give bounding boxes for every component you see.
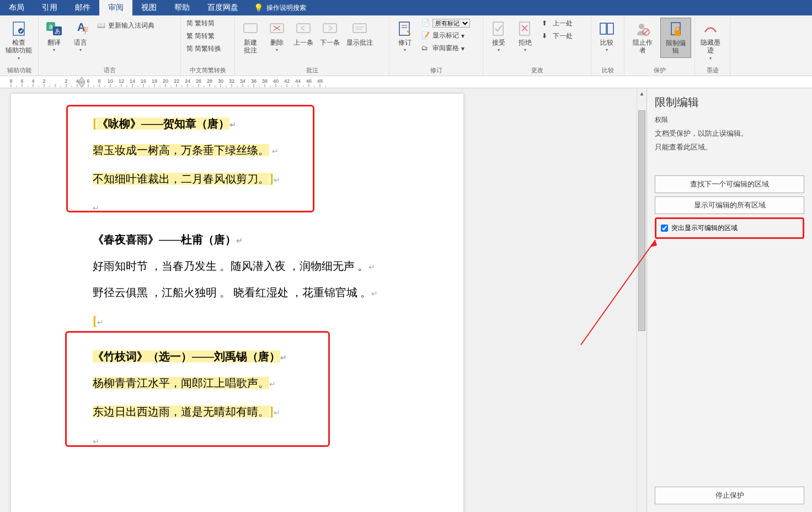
poem-1: [《咏柳》——贺知章（唐）↵ 碧玉妆成一树高，万条垂下绿丝绦。 ↵ 不知细叶谁裁…: [93, 116, 436, 217]
vertical-scrollbar[interactable]: ▲: [637, 88, 647, 512]
prev-comment-icon: [295, 20, 312, 38]
restrict-icon: [667, 20, 685, 38]
show-all-regions-button[interactable]: 显示可编辑的所有区域: [655, 196, 804, 214]
annotation-box-checkbox: 突出显示可编辑的区域: [655, 217, 804, 239]
show-markup-button[interactable]: 📝 显示标记 ▾: [419, 30, 472, 41]
poem-3: 《竹枝词》（选一）——刘禹锡（唐）↵ 杨柳青青江水平，闻郎江上唱歌声。↵ 东边日…: [93, 349, 436, 450]
scrollbar-thumb[interactable]: [638, 110, 645, 331]
svg-text:2: 2: [42, 78, 45, 84]
scroll-up-arrow[interactable]: ▲: [637, 88, 647, 98]
poem-2: 《春夜喜雨》——杜甫（唐）↵ 好雨知时节 ，当春乃发生 。随风潜入夜 ，润物细无…: [93, 232, 436, 333]
tab-view[interactable]: 视图: [132, 0, 165, 15]
svg-text:44: 44: [295, 78, 301, 84]
delete-comment-icon: [268, 20, 286, 38]
find-next-region-button[interactable]: 查找下一个可编辑的区域: [655, 175, 804, 193]
block-authors-button: 阻止作者: [628, 18, 658, 57]
track-changes-button[interactable]: 修订 ▾: [393, 18, 417, 55]
ribbon: 检查 辅助功能 ▾ 辅助功能 aあ 翻译 ▾ A字 语言 ▾ 📖: [0, 15, 812, 76]
next-comment-icon: [321, 20, 339, 38]
highlight-regions-checkbox[interactable]: [661, 225, 668, 232]
poem-1-title[interactable]: 《咏柳》——贺知章（唐）: [97, 118, 229, 130]
next-change-button[interactable]: ⬇下一处: [539, 30, 575, 42]
pane-info-2: 只能查看此区域。: [655, 142, 804, 153]
svg-rect-8: [244, 24, 257, 33]
compare-button[interactable]: 比较 ▾: [595, 18, 619, 55]
document-area[interactable]: [《咏柳》——贺知章（唐）↵ 碧玉妆成一树高，万条垂下绿丝绦。 ↵ 不知细叶谁裁…: [0, 88, 637, 512]
display-for-review-dropdown[interactable]: 📄 所有标记: [419, 18, 472, 29]
translate-icon: aあ: [45, 20, 63, 38]
svg-text:4: 4: [31, 78, 34, 84]
translate-button[interactable]: aあ 翻译 ▾: [42, 18, 66, 55]
poem-2-line-2[interactable]: 野径云俱黑 ，江船火独明 。 晓看红湿处 ，花重锦官城 。↵: [93, 282, 436, 302]
svg-text:38: 38: [262, 78, 268, 84]
pane-icon: 🗂: [421, 44, 430, 53]
svg-text:46: 46: [306, 78, 312, 84]
svg-rect-13: [323, 24, 336, 33]
svg-text:6: 6: [87, 78, 89, 84]
svg-text:6: 6: [20, 78, 23, 84]
update-ime-button[interactable]: 📖 更新输入法词典: [95, 20, 157, 31]
svg-rect-12: [297, 24, 310, 33]
tab-mailings[interactable]: 邮件: [66, 0, 99, 15]
chevron-down-icon: ▾: [53, 47, 55, 52]
svg-text:字: 字: [82, 26, 88, 35]
restrict-editing-button[interactable]: 限制编辑: [660, 18, 692, 58]
svg-point-26: [639, 24, 644, 29]
poem-2-line-1[interactable]: 好雨知时节 ，当春乃发生 。随风潜入夜 ，润物细无声 。↵: [93, 256, 436, 276]
tab-help[interactable]: 帮助: [165, 0, 199, 15]
poem-2-title[interactable]: 《春夜喜雨》——杜甫（唐）↵: [93, 232, 436, 247]
svg-rect-24: [600, 23, 606, 34]
language-button[interactable]: A字 语言 ▾: [68, 18, 93, 55]
svg-rect-25: [607, 23, 613, 34]
convert-button: 简 简繁转换: [184, 43, 223, 55]
prev-icon: ⬆: [542, 19, 551, 28]
chevron-down-icon: ▾: [606, 47, 608, 52]
reviewing-pane-button[interactable]: 🗂 审阅窗格 ▾: [419, 42, 472, 54]
svg-rect-30: [675, 30, 680, 36]
tab-references[interactable]: 引用: [33, 0, 66, 15]
language-icon: A字: [72, 20, 89, 38]
highlight-regions-checkbox-row[interactable]: 突出显示可编辑的区域: [658, 220, 802, 236]
document-page[interactable]: [《咏柳》——贺知章（唐）↵ 碧玉妆成一树高，万条垂下绿丝绦。 ↵ 不知细叶谁裁…: [11, 94, 463, 512]
ime-icon: 📖: [97, 22, 106, 30]
svg-text:18: 18: [152, 78, 157, 84]
show-markup-icon: 📝: [421, 31, 430, 40]
svg-text:36: 36: [251, 78, 257, 84]
display-select[interactable]: 所有标记: [432, 19, 470, 28]
tab-baidu[interactable]: 百度网盘: [199, 0, 247, 15]
delete-comment-button: 删除 ▾: [265, 18, 289, 55]
markup-icon: 📄: [421, 19, 430, 28]
poem-1-line-1[interactable]: 碧玉妆成一树高，万条垂下绿丝绦。: [93, 144, 269, 156]
poem-3-line-1[interactable]: 杨柳青青江水平，闻郎江上唱歌声。: [93, 377, 269, 389]
prev-change-button[interactable]: ⬆上一处: [539, 18, 575, 29]
svg-text:26: 26: [196, 78, 201, 84]
poem-3-title[interactable]: 《竹枝词》（选一）——刘禹锡（唐）: [93, 350, 280, 362]
ink-icon: [702, 20, 719, 38]
comment-icon: [242, 20, 259, 38]
chevron-down-icon: ▾: [79, 47, 82, 52]
poem-3-line-2[interactable]: 东边日出西边雨，道是无晴却有晴。: [93, 406, 269, 418]
svg-marker-120: [650, 240, 657, 247]
svg-rect-17: [399, 22, 409, 35]
tell-me-search[interactable]: 💡 操作说明搜索: [247, 0, 313, 15]
simp-to-trad-button: 繁 简转繁: [184, 30, 223, 42]
ribbon-tabs: 布局 引用 邮件 审阅 视图 帮助 百度网盘 💡 操作说明搜索: [0, 0, 812, 15]
check-accessibility-button[interactable]: 检查 辅助功能 ▾: [3, 18, 34, 63]
hide-ink-button[interactable]: 隐藏墨 迹 ▾: [698, 18, 723, 63]
svg-text:14: 14: [130, 78, 135, 84]
svg-text:42: 42: [284, 78, 290, 84]
tab-review[interactable]: 审阅: [99, 0, 132, 15]
svg-text:10: 10: [108, 78, 113, 84]
svg-text:a: a: [49, 23, 53, 30]
poem-1-line-2[interactable]: 不知细叶谁裁出，二月春风似剪刀。: [93, 173, 269, 185]
horizontal-ruler[interactable]: 8642246810121416182022242628303234363840…: [0, 76, 812, 88]
next-comment-button: 下一条: [318, 18, 342, 49]
chevron-down-icon: ▾: [18, 56, 20, 61]
tab-layout[interactable]: 布局: [0, 0, 33, 15]
svg-text:24: 24: [185, 78, 190, 84]
block-icon: [634, 20, 651, 38]
lightbulb-icon: 💡: [254, 3, 263, 12]
svg-text:30: 30: [218, 78, 223, 84]
svg-marker-117: [78, 77, 85, 82]
stop-protection-button[interactable]: 停止保护: [655, 487, 804, 504]
